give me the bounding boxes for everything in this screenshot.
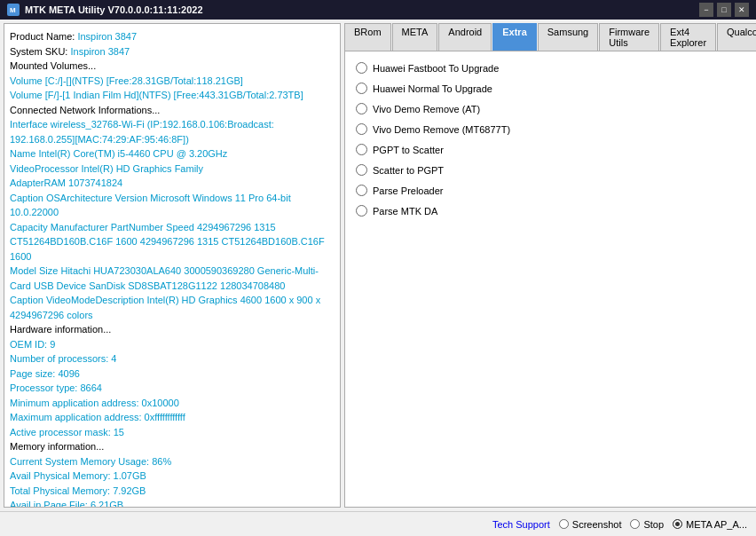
product-name-label: Product Name: [10,31,77,42]
radio-parse-mtk-da[interactable] [356,205,367,217]
tab-samsung[interactable]: Samsung [538,23,598,51]
option-pgpt-to-scatter[interactable]: PGPT to Scatter [356,144,756,155]
tab-android[interactable]: Android [438,23,492,51]
close-button[interactable]: ✕ [735,3,749,17]
video-mode-line: Caption VideoModeDescription Intel(R) HD… [10,293,335,322]
radio-vivo-demo-at[interactable] [356,103,367,114]
radio-huawei-fastboot[interactable] [356,62,367,74]
oem-id-line: OEM ID: 9 [10,337,335,352]
min-app-addr-line: Minimum application address: 0x10000 [10,396,335,411]
window-title: MTK META Utility V70.0.0.0:11:11:2022 [25,4,203,15]
memory-header: Memory information... [10,439,335,454]
app-icon: M [7,4,20,16]
memory-capacity-line: Capacity Manufacturer PartNumber Speed 4… [10,220,335,264]
title-bar: M MTK META Utility V70.0.0.0:11:11:2022 … [0,0,756,20]
system-sku-row: System SKU: Inspiron 3847 [10,44,335,59]
left-panel: Product Name: Inspiron 3847 System SKU: … [4,23,341,508]
option-parse-mtk-da[interactable]: Parse MTK DA [356,205,756,217]
option-vivo-demo-at[interactable]: Vivo Demo Remove (AT) [356,103,756,114]
tab-extra[interactable]: Extra [492,23,537,51]
option-huawei-normal[interactable]: Huawei Normal To Upgrade [356,83,756,94]
option-parse-preloader[interactable]: Parse Preloader [356,185,756,196]
window-controls: − □ ✕ [699,3,749,17]
maximize-button[interactable]: □ [717,3,731,17]
hardware-header: Hardware information... [10,322,335,337]
active-proc-mask-line: Active processor mask: 15 [10,425,335,440]
option-vivo-demo-mt6877t[interactable]: Vivo Demo Remove (MT6877T) [356,123,756,135]
product-name-value: Inspiron 3847 [77,31,137,42]
total-phys-mem-line: Total Physical Memory: 7.92GB [10,484,335,499]
mem-usage-line: Current System Memory Usage: 86% [10,454,335,469]
system-sku-value: Inspiron 3847 [70,46,130,57]
tab-brom[interactable]: BRom [344,23,391,51]
tab-firmware-utils[interactable]: Firmware Utils [599,23,659,51]
mounted-volumes-header: Mounted Volumes... [10,59,335,74]
os-caption-line: Caption OSArchitecture Version Microsoft… [10,191,335,220]
adapter-ram-line: AdapterRAM 1073741824 [10,176,335,191]
page-size-line: Page size: 4096 [10,367,335,382]
title-bar-left: M MTK META Utility V70.0.0.0:11:11:2022 [7,4,203,16]
stop-item: Stop [630,519,664,530]
radio-vivo-demo-mt6877t[interactable] [356,123,367,135]
system-sku-label: System SKU: [10,46,70,57]
avail-page-file-line: Avail in Page File: 6.21GB [10,498,335,508]
screenshot-radio[interactable] [559,519,569,529]
tab-qualcomm[interactable]: Qualcomm [717,23,756,51]
extra-options-group: Huawei Fastboot To Upgrade Huawei Normal… [356,62,756,217]
volume-c-line: Volume [C:/]-[](NTFS) [Free:28.31GB/Tota… [10,74,335,89]
network-header: Connected Network Informations... [10,103,335,118]
tab-bar: BRom META Android Extra Samsung Firmware… [344,23,756,51]
tab-ext4-explorer[interactable]: Ext4 Explorer [660,23,716,51]
svg-text:M: M [10,6,16,14]
tech-support-link[interactable]: Tech Support [492,519,550,530]
radio-pgpt-to-scatter[interactable] [356,144,367,155]
meta-ap-radio[interactable] [673,519,682,529]
tab-content-extra: Huawei Fastboot To Upgrade Huawei Normal… [344,51,756,508]
tab-meta[interactable]: META [392,23,438,51]
avail-phys-mem-line: Avail Physical Memory: 1.07GB [10,469,335,484]
gpu-name-line: VideoProcessor Intel(R) HD Graphics Fami… [10,162,335,177]
meta-ap-item: META AP_A... [673,519,747,530]
stop-label: Stop [643,519,664,530]
stop-radio[interactable] [630,519,640,529]
status-bar: Tech Support Screenshot Stop META AP_A..… [0,511,756,536]
screenshot-item: Screenshot [559,519,622,530]
meta-ap-label: META AP_A... [686,519,747,530]
radio-huawei-normal[interactable] [356,83,367,94]
product-name-row: Product Name: Inspiron 3847 [10,29,335,44]
num-processors-line: Number of processors: 4 [10,351,335,367]
main-container: Product Name: Inspiron 3847 System SKU: … [0,20,756,511]
screenshot-label: Screenshot [572,519,622,530]
max-app-addr-line: Maximum application address: 0xfffffffff… [10,410,335,425]
radio-parse-preloader[interactable] [356,185,367,196]
processor-type-line: Processor type: 8664 [10,381,335,396]
volume-f-line: Volume [F/]-[1 Indian Film Hd](NTFS) [Fr… [10,88,335,103]
radio-scatter-to-pgpt[interactable] [356,164,367,176]
network-wifi-line: Interface wireless_32768-Wi-Fi (IP:192.1… [10,117,335,146]
option-huawei-fastboot[interactable]: Huawei Fastboot To Upgrade [356,62,756,74]
right-panel: BRom META Android Extra Samsung Firmware… [344,23,756,508]
minimize-button[interactable]: − [699,3,713,17]
option-scatter-to-pgpt[interactable]: Scatter to PGPT [356,164,756,176]
cpu-name-line: Name Intel(R) Core(TM) i5-4460 CPU @ 3.2… [10,146,335,162]
model-size-line: Model Size Hitachi HUA723030ALA640 30005… [10,264,335,293]
